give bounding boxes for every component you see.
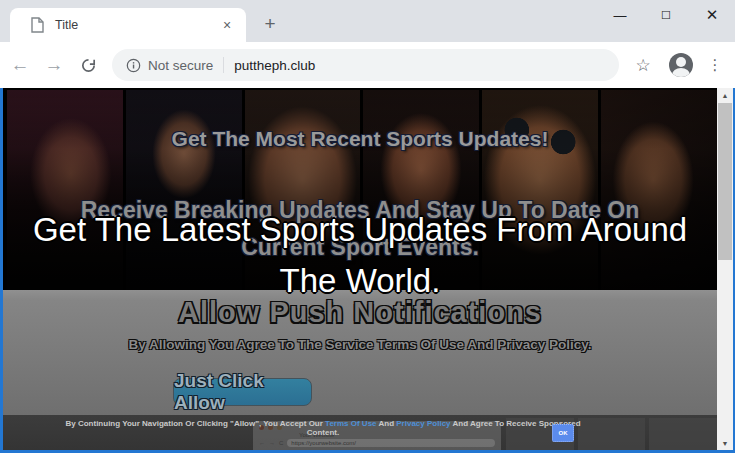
browser-window: Title × + — ☐ ✕ ← → Not secure puttheph.… — [0, 0, 735, 453]
push-notification-subtitle: By Allowing You Agree To The Service Ter… — [3, 337, 717, 352]
consent-text: By Continuing Your Navigation Or Clickin… — [53, 419, 593, 437]
browser-tab[interactable]: Title × — [10, 8, 246, 42]
mockup-reload-icon: C — [279, 440, 283, 446]
tab-strip: Title × + — ☐ ✕ — [0, 0, 735, 42]
address-bar[interactable]: Not secure puttheph.club — [112, 49, 619, 81]
just-click-allow-button[interactable]: Just Click Allow — [173, 378, 312, 406]
mockup-forward-icon: → — [269, 440, 275, 446]
new-tab-button[interactable]: + — [256, 10, 284, 38]
security-label: Not secure — [148, 58, 213, 73]
profile-avatar[interactable] — [669, 53, 693, 77]
mockup-back-icon: ← — [259, 440, 265, 446]
headline-top: Get The Most Recent Sports Updates! — [3, 127, 717, 151]
window-maximize-button[interactable]: ☐ — [643, 0, 689, 30]
page-scrollbar[interactable]: ▲ ▼ — [717, 88, 733, 450]
page-viewport: Get The Most Recent Sports Updates! Rece… — [0, 88, 735, 453]
scrollbar-up-arrow-icon[interactable]: ▲ — [717, 88, 733, 102]
window-minimize-button[interactable]: — — [597, 0, 643, 30]
back-button[interactable]: ← — [6, 51, 34, 79]
info-icon — [126, 58, 141, 73]
tab-title: Title — [55, 18, 218, 32]
privacy-policy-link[interactable]: Privacy Policy — [396, 419, 450, 428]
url-text[interactable]: puttheph.club — [234, 58, 315, 73]
push-notification-title: Allow Push Notifications — [3, 296, 717, 329]
mockup-url-row: ← → C https://yourwebsite.com/ — [259, 439, 495, 447]
headline-main: Get The Latest Sports Updates From Aroun… — [3, 204, 717, 306]
forward-button[interactable]: → — [40, 51, 68, 79]
tab-close-icon[interactable]: × — [218, 16, 236, 34]
window-close-button[interactable]: ✕ — [689, 0, 735, 30]
browser-toolbar: ← → Not secure puttheph.club ☆ ⋮ — [0, 42, 735, 88]
menu-kebab-icon[interactable]: ⋮ — [701, 51, 729, 79]
mockup-url-text: https://yourwebsite.com/ — [287, 439, 495, 447]
scrollbar-down-arrow-icon[interactable]: ▼ — [717, 436, 733, 450]
window-controls: — ☐ ✕ — [597, 0, 735, 30]
consent-conjunction: And — [378, 419, 394, 428]
omnibox-divider — [223, 57, 224, 73]
ok-button[interactable]: OK — [552, 424, 574, 442]
site-info-chip[interactable]: Not secure — [126, 58, 213, 73]
page-content: Get The Most Recent Sports Updates! Rece… — [3, 88, 717, 450]
consent-prefix: By Continuing Your Navigation Or Clickin… — [65, 419, 322, 428]
scrollbar-thumb[interactable] — [718, 103, 732, 260]
terms-of-use-link[interactable]: Terms Of Use — [325, 419, 376, 428]
bookmark-star-icon[interactable]: ☆ — [629, 51, 657, 79]
reload-button[interactable] — [74, 51, 102, 79]
page-favicon-icon — [30, 17, 44, 33]
faded-card — [649, 418, 717, 450]
